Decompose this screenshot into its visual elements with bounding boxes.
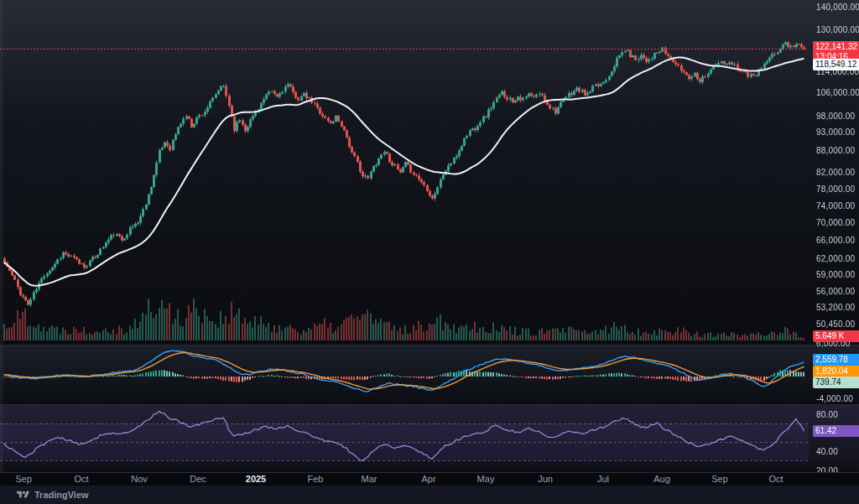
- macd-signal-value: 1,820.04: [815, 366, 859, 377]
- rsi-value: 61.42: [815, 426, 859, 436]
- scale-tick: 74,000.00: [816, 201, 855, 210]
- time-tick-may: May: [477, 474, 495, 484]
- scale-tick: 82,000.00: [816, 168, 855, 177]
- tradingview-chart-window: 140,000.00130,000.00114,000.00106,000.00…: [0, 0, 859, 504]
- last-price-value: 122,141.32: [815, 42, 859, 52]
- ma-value-badge: 118,549.12: [813, 59, 859, 70]
- volume-badge: 5.649 K: [813, 330, 859, 342]
- scale-tick: 88,000.00: [816, 146, 855, 155]
- time-tick-jul: Jul: [597, 474, 609, 484]
- scale-tick: 106,000.00: [816, 88, 859, 97]
- macd-line-badge: 2,559.78: [813, 354, 859, 366]
- panel-separator-rsi[interactable]: [0, 404, 859, 405]
- scale-tick: 56,000.00: [816, 287, 855, 296]
- time-tick-feb: Feb: [308, 474, 324, 484]
- volume-value: 5.649 K: [815, 331, 859, 341]
- macd-line-value: 2,559.78: [815, 355, 859, 365]
- scale-tick: 140,000.00: [816, 3, 859, 12]
- time-tick-nov: Nov: [131, 474, 148, 484]
- scale-tick: 53,200.00: [816, 303, 855, 312]
- rsi-badge: 61.42: [813, 425, 859, 437]
- scale-tick: 40.00: [816, 447, 838, 456]
- scale-tick: 93,000.00: [816, 127, 855, 137]
- scale-tick: 98,000.00: [816, 112, 855, 121]
- price-scale[interactable]: 140,000.00130,000.00114,000.00106,000.00…: [810, 0, 859, 472]
- ma-value: 118,549.12: [815, 60, 859, 70]
- scale-tick: 50,450.00: [816, 320, 855, 329]
- time-tick-apr: Apr: [421, 474, 435, 484]
- panel-separator-macd[interactable]: [0, 345, 859, 346]
- time-tick-sep: Sep: [15, 474, 32, 484]
- tradingview-logo-icon: [17, 490, 29, 500]
- scale-tick: -4,000.00: [816, 394, 853, 403]
- time-tick-oct: Oct: [768, 474, 783, 484]
- scale-tick: 59,000.00: [816, 270, 855, 279]
- time-tick-dec: Dec: [190, 474, 206, 484]
- scale-tick: 70,000.00: [816, 218, 855, 227]
- time-tick-jun: Jun: [538, 474, 553, 484]
- tradingview-watermark-text: TradingView: [34, 490, 89, 500]
- time-tick-oct: Oct: [74, 474, 88, 484]
- time-tick-aug: Aug: [653, 474, 670, 484]
- macd-histogram-badge: 739.74: [813, 377, 859, 388]
- time-tick-sep: Sep: [711, 474, 728, 484]
- scale-tick: 80.00: [816, 410, 838, 419]
- time-scale[interactable]: SepOctNovDec2025FebMarAprMayJunJulAugSep…: [0, 472, 859, 486]
- macd-histogram-value: 739.74: [815, 377, 859, 387]
- scale-tick: 130,000.00: [816, 25, 859, 34]
- scale-tick: 78,000.00: [816, 184, 855, 194]
- macd-signal-badge: 1,820.04: [813, 366, 859, 377]
- footer-bar: TradingView: [0, 486, 859, 504]
- time-tick-2025: 2025: [246, 474, 266, 484]
- time-tick-mar: Mar: [362, 474, 377, 484]
- left-edge-highlight: [0, 0, 3, 472]
- tradingview-logo[interactable]: TradingView: [17, 490, 89, 500]
- chart-canvas[interactable]: [0, 0, 859, 504]
- scale-tick: 66,000.00: [816, 236, 855, 245]
- scale-tick: 62,000.00: [816, 254, 855, 263]
